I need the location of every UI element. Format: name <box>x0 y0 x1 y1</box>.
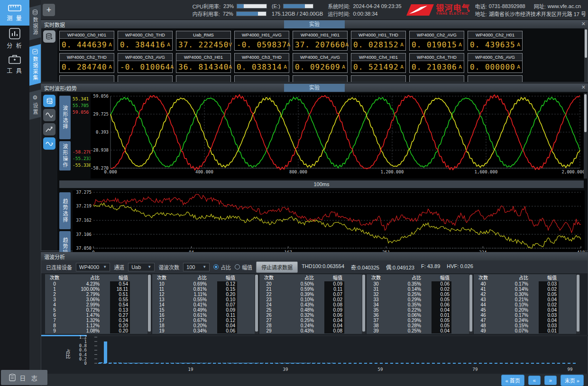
harmonic-row[interactable]: 460.17%0.03 <box>474 313 576 318</box>
harmonic-row[interactable]: 360.06%0.01 <box>367 313 469 318</box>
waveform-plot[interactable] <box>91 93 585 179</box>
measurement-card[interactable] <box>351 75 406 82</box>
harmonic-row[interactable]: 33.06%0.55 <box>45 297 147 302</box>
harmonic-row[interactable]: 480.15%0.03 <box>474 323 576 328</box>
subtab-data-acquisition[interactable]: 数据采集 <box>29 44 41 86</box>
measurement-card[interactable] <box>118 75 173 82</box>
harmonic-row[interactable]: 430.21%0.04 <box>474 297 576 302</box>
harmonic-row[interactable]: 380.28%0.05 <box>367 323 469 328</box>
realtime-scrollbar[interactable] <box>584 28 588 82</box>
harmonic-row[interactable]: 230.10%0.02 <box>259 297 362 302</box>
measurement-card[interactable]: WP4000_Ch4_AVG0. 092609A <box>293 53 348 73</box>
prev-page-button[interactable]: « <box>528 376 541 385</box>
harmonic-row[interactable]: 121.11%0.20 <box>152 292 255 297</box>
harmonic-row[interactable]: 260.32%0.06 <box>259 313 362 318</box>
harmonic-row[interactable]: 22.79%0.51 <box>45 292 147 297</box>
harmonic-row[interactable]: 100.69%0.12 <box>152 281 255 287</box>
close-icon[interactable]: ✕ <box>581 84 586 90</box>
harmonic-row[interactable]: 1100.00%18.11 <box>45 287 147 292</box>
harmonic-row[interactable]: 410.14%0.02 <box>474 287 576 292</box>
harmonic-row[interactable]: 71.32%0.24 <box>45 318 147 323</box>
scrollbar-thumb[interactable] <box>577 275 579 332</box>
radio-amplitude[interactable]: 幅值 <box>235 263 252 271</box>
table-scrollbar[interactable] <box>255 274 258 334</box>
harmonic-row[interactable]: 50.72%0.13 <box>45 307 147 313</box>
harmonic-row[interactable]: 300.35%0.06 <box>367 281 469 287</box>
sidebar-item-analyze[interactable]: 分 析 <box>0 26 29 51</box>
measurement-card[interactable]: WP4000_H01_H0137. 207660A <box>293 31 348 51</box>
measurement-card[interactable] <box>409 75 464 82</box>
harmonic-row[interactable]: 61.47%0.27 <box>45 313 147 318</box>
measurement-card[interactable]: WP4000_Ch2_H010. 439635A <box>468 31 523 51</box>
harmonic-row[interactable]: 04.23%0.54 <box>45 281 147 287</box>
wave-select-button[interactable]: 波形选择 <box>59 96 71 139</box>
sidebar-item-measure[interactable]: 测 量 <box>0 0 29 26</box>
harmonic-row[interactable]: 130.55%0.10 <box>152 297 255 302</box>
scrollbar-thumb[interactable] <box>255 275 258 332</box>
harmonic-row[interactable]: 170.67%0.12 <box>152 318 255 323</box>
measurement-card[interactable] <box>468 75 523 82</box>
harmonic-row[interactable]: 440.10%0.02 <box>474 302 576 307</box>
measurement-card[interactable]: WP4000_Ch0_H010. 444639A <box>59 31 114 51</box>
harmonic-row[interactable]: 370.29%0.05 <box>367 318 469 323</box>
harmonic-row[interactable]: 270.25%0.04 <box>259 318 362 323</box>
waveform-chart[interactable]: 59.05629.7250.393-28.938-58.2700.000400.… <box>91 93 585 179</box>
harmonic-row[interactable]: 320.25%0.05 <box>367 292 469 297</box>
add-measurement-button[interactable] <box>43 30 55 43</box>
trend-view-button[interactable] <box>43 123 55 135</box>
harmonic-row[interactable]: 330.29%0.05 <box>367 297 469 302</box>
subtab-settings[interactable]: ⚙ 设置 <box>29 90 41 120</box>
measurement-card[interactable] <box>176 75 231 82</box>
table-scrollbar[interactable] <box>469 274 473 334</box>
harmonic-row[interactable]: 220.39%0.07 <box>259 292 362 297</box>
measurement-card[interactable]: Uab_RMS37. 222450V <box>176 31 231 51</box>
harmonic-row[interactable]: 390.25%0.04 <box>367 328 469 333</box>
harmonic-row[interactable]: 450.20%0.04 <box>474 307 576 313</box>
sine-view-button[interactable] <box>43 109 55 121</box>
sidebar-item-tools[interactable]: 工 具 <box>0 51 29 77</box>
device-select[interactable]: WP4000▼ <box>76 263 110 271</box>
wave-view-button[interactable] <box>43 137 55 150</box>
harmonic-row[interactable]: 140.41%0.07 <box>152 302 255 307</box>
bar-chart-plot[interactable] <box>94 337 578 366</box>
measurement-card[interactable]: WP4000_Ch3_AVG-0. 010064A <box>118 53 173 73</box>
log-button[interactable]: 日 志 <box>1 370 47 385</box>
channel-select[interactable]: Uab▼ <box>128 263 155 271</box>
close-icon[interactable]: ✕ <box>581 21 586 27</box>
measurement-card[interactable]: WP4000_Ch2_AVG0. 019015A <box>409 31 464 51</box>
measurement-card[interactable]: WP4000_Ch5_AVG0. 000000A <box>468 53 523 73</box>
harmonic-row[interactable]: 250.48%0.09 <box>259 307 362 313</box>
harmonic-row[interactable]: 310.14%0.02 <box>367 287 469 292</box>
trend-chart[interactable]: 37.27537.21937.16237.10637.0500841672513… <box>73 190 585 258</box>
harmonic-row[interactable]: 400.17%0.03 <box>474 281 576 287</box>
experiment-tab[interactable]: 实验 <box>284 84 345 92</box>
harmonic-row[interactable]: 110.81%0.15 <box>152 287 255 292</box>
measurement-card[interactable]: WP4000_H01_AVG-0. 059837A <box>234 31 289 51</box>
scrollbar-thumb[interactable] <box>362 275 365 332</box>
measurement-card[interactable]: WP4000_Ch3_THD0. 038314A <box>234 53 289 73</box>
order-select[interactable]: 100▼ <box>183 263 210 271</box>
measurement-card[interactable] <box>59 75 114 82</box>
stop-request-button[interactable]: 停止请求数据 <box>256 261 298 273</box>
harmonic-row[interactable]: 190.34%0.06 <box>152 328 255 333</box>
measurement-card[interactable] <box>234 75 289 82</box>
wave-operate-button[interactable]: 波形操作 <box>59 141 71 171</box>
scrollbar-thumb[interactable] <box>148 275 151 332</box>
harmonic-row[interactable]: 81.12%0.20 <box>45 323 147 328</box>
data-source-button[interactable] <box>43 95 55 107</box>
measurement-card[interactable]: WP4000_H01_THD0. 028152A <box>351 31 406 51</box>
harmonic-row[interactable]: 490.07%0.01 <box>474 328 576 333</box>
harmonic-hscrollbar[interactable] <box>41 335 588 336</box>
table-scrollbar[interactable] <box>576 274 580 334</box>
next-page-button[interactable]: » <box>544 376 557 385</box>
harmonic-row[interactable]: 150.49%0.09 <box>152 307 255 313</box>
table-scrollbar[interactable] <box>362 274 366 334</box>
last-page-button[interactable]: 末页 » <box>560 375 584 386</box>
harmonic-row[interactable]: 160.61%0.11 <box>152 313 255 318</box>
harmonic-row[interactable]: 340.35%0.06 <box>367 302 469 307</box>
measurement-card[interactable] <box>293 75 348 82</box>
harmonic-row[interactable]: 350.22%0.04 <box>367 307 469 313</box>
measurement-card[interactable]: WP4000_Ch3_H0136. 814340A <box>176 53 231 73</box>
trend-plot[interactable] <box>73 190 585 258</box>
harmonic-row[interactable]: 200.50%0.09 <box>259 281 362 287</box>
